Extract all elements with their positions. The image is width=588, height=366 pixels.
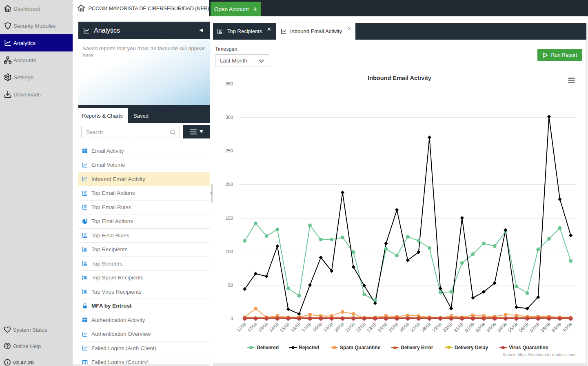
- svg-text:07/09: 07/09: [529, 321, 540, 333]
- svg-text:26/08: 26/08: [399, 321, 410, 333]
- svg-text:02/09: 02/09: [475, 321, 486, 333]
- svg-text:21/08: 21/08: [344, 321, 356, 333]
- svg-text:17/08: 17/08: [301, 321, 312, 333]
- svg-text:0: 0: [231, 316, 233, 321]
- svg-text:09/09: 09/09: [551, 321, 562, 333]
- svg-text:08/09: 08/09: [540, 321, 551, 333]
- svg-text:31/08: 31/08: [453, 321, 464, 333]
- svg-text:300: 300: [226, 115, 233, 120]
- svg-text:Spam Quarantine: Spam Quarantine: [340, 345, 381, 350]
- svg-text:06/09: 06/09: [518, 321, 530, 333]
- svg-text:Inbound Email Activity: Inbound Email Activity: [368, 75, 431, 81]
- svg-text:Virus Quarantine: Virus Quarantine: [509, 345, 548, 350]
- svg-text:13/08: 13/08: [257, 321, 269, 333]
- svg-text:Delivered: Delivered: [257, 345, 279, 350]
- svg-text:11/08: 11/08: [236, 321, 247, 333]
- svg-text:19/08: 19/08: [322, 321, 334, 333]
- svg-text:15/08: 15/08: [279, 321, 291, 333]
- svg-text:Delivery Delay: Delivery Delay: [455, 345, 488, 350]
- svg-text:05/09: 05/09: [507, 321, 519, 333]
- svg-text:20/08: 20/08: [333, 321, 345, 333]
- svg-text:25/08: 25/08: [388, 321, 399, 333]
- svg-text:12/08: 12/08: [246, 321, 258, 333]
- svg-text:01/09: 01/09: [464, 321, 475, 333]
- svg-text:04/09: 04/09: [496, 321, 508, 333]
- svg-text:150: 150: [226, 216, 233, 221]
- svg-text:29/08: 29/08: [431, 321, 443, 333]
- svg-text:Source: https://dashboard.clou: Source: https://dashboard.clouduss.com: [503, 353, 575, 357]
- svg-text:28/08: 28/08: [420, 321, 432, 333]
- svg-text:03/09: 03/09: [486, 321, 497, 333]
- svg-text:200: 200: [226, 182, 233, 187]
- svg-text:350: 350: [226, 81, 233, 86]
- svg-text:30/08: 30/08: [442, 321, 453, 333]
- svg-text:14/08: 14/08: [268, 321, 280, 333]
- svg-text:18/08: 18/08: [312, 321, 323, 333]
- svg-text:24/08: 24/08: [377, 321, 388, 333]
- svg-text:Delivery Error: Delivery Error: [401, 345, 433, 350]
- svg-text:50: 50: [228, 283, 233, 288]
- svg-text:10/09: 10/09: [561, 321, 573, 333]
- svg-text:100: 100: [226, 249, 233, 254]
- svg-text:250: 250: [226, 148, 233, 153]
- svg-text:22/08: 22/08: [355, 321, 366, 333]
- svg-text:27/08: 27/08: [409, 321, 421, 333]
- svg-text:23/08: 23/08: [366, 321, 377, 333]
- svg-text:16/08: 16/08: [290, 321, 301, 333]
- svg-text:Rejected: Rejected: [299, 345, 319, 350]
